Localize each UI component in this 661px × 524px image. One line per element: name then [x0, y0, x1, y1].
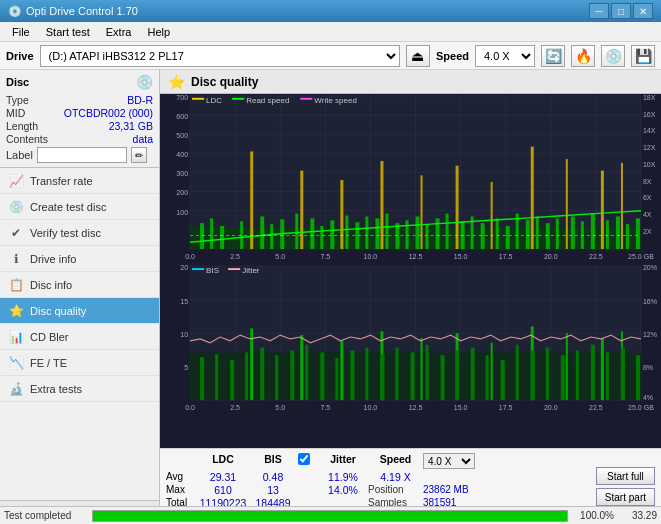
svg-rect-68: [295, 214, 298, 249]
disc-panel: Disc 💿 Type BD-R MID OTCBDR002 (000) Len…: [0, 70, 159, 168]
svg-text:10X: 10X: [643, 161, 656, 168]
svg-text:6X: 6X: [643, 194, 652, 201]
nav-transfer-rate[interactable]: 📈 Transfer rate: [0, 168, 159, 194]
svg-text:0.0: 0.0: [185, 253, 195, 260]
svg-rect-62: [210, 218, 213, 249]
type-label: Type: [6, 94, 29, 106]
chart-speed-select[interactable]: 4.0 X: [423, 453, 475, 469]
svg-text:16X: 16X: [643, 111, 656, 118]
nav-extra-tests[interactable]: 🔬 Extra tests: [0, 376, 159, 402]
svg-text:10.0: 10.0: [364, 253, 378, 260]
svg-rect-71: [330, 220, 334, 249]
svg-text:2.5: 2.5: [230, 253, 240, 260]
svg-rect-156: [200, 357, 204, 400]
drive-select[interactable]: (D:) ATAPI iHBS312 2 PL17: [40, 45, 400, 67]
svg-rect-174: [471, 348, 475, 401]
svg-text:20%: 20%: [643, 264, 657, 271]
refresh-button[interactable]: 🔄: [541, 45, 565, 67]
app-icon: 💿: [8, 5, 22, 18]
nav-drive-info[interactable]: ℹ Drive info: [0, 246, 159, 272]
svg-text:18X: 18X: [643, 94, 656, 101]
svg-rect-171: [426, 345, 429, 400]
svg-rect-58: [566, 159, 568, 249]
disc-header: Disc 💿: [6, 74, 153, 90]
speed-label: Speed: [436, 50, 469, 62]
svg-text:200: 200: [176, 190, 188, 197]
menu-extra[interactable]: Extra: [98, 24, 140, 40]
burn-button[interactable]: 🔥: [571, 45, 595, 67]
svg-rect-161: [275, 355, 278, 400]
nav-fe-te[interactable]: 📉 FE / TE: [0, 350, 159, 376]
svg-text:25.0 GB: 25.0 GB: [628, 253, 654, 260]
svg-rect-87: [506, 226, 510, 249]
svg-text:Read speed: Read speed: [246, 96, 289, 105]
maximize-button[interactable]: □: [611, 3, 631, 19]
minimize-button[interactable]: ─: [589, 3, 609, 19]
disc-label-row: Label ✏: [6, 147, 153, 163]
drive-label: Drive: [6, 50, 34, 62]
svg-rect-89: [526, 220, 530, 249]
avg-ldc: 29.31: [198, 471, 248, 483]
disc-panel-icon: 💿: [136, 74, 153, 90]
label-edit-button[interactable]: ✏: [131, 147, 147, 163]
svg-text:300: 300: [176, 170, 188, 177]
eject-button[interactable]: ⏏: [406, 45, 430, 67]
svg-text:500: 500: [176, 132, 188, 139]
close-button[interactable]: ✕: [633, 3, 653, 19]
disc-info-icon: 📋: [8, 278, 24, 292]
menu-bar: File Start test Extra Help: [0, 22, 661, 42]
title-bar: 💿 Opti Drive Control 1.70 ─ □ ✕: [0, 0, 661, 22]
col-speed-select-header: 4.0 X: [423, 453, 478, 469]
svg-text:BIS: BIS: [206, 266, 219, 275]
svg-text:22.5: 22.5: [589, 404, 603, 411]
svg-rect-98: [626, 224, 629, 249]
chart-svg: 700 600 500 400 300 200 100 18X 16X 14X …: [160, 94, 661, 448]
menu-help[interactable]: Help: [139, 24, 178, 40]
media-button[interactable]: 💿: [601, 45, 625, 67]
mid-label: MID: [6, 107, 25, 119]
disc-title: Disc: [6, 76, 29, 88]
content-title: Disc quality: [191, 75, 258, 89]
extra-tests-icon: 🔬: [8, 382, 24, 396]
menu-file[interactable]: File: [4, 24, 38, 40]
svg-rect-170: [411, 352, 415, 400]
svg-text:2.5: 2.5: [230, 404, 240, 411]
save-button[interactable]: 💾: [631, 45, 655, 67]
speed-select[interactable]: 4.0 X: [475, 45, 535, 67]
label-input[interactable]: [37, 147, 127, 163]
start-part-button[interactable]: Start part: [596, 488, 655, 506]
svg-rect-86: [496, 218, 499, 249]
nav-cd-bler[interactable]: 📊 CD Bler: [0, 324, 159, 350]
fe-te-icon: 📉: [8, 356, 24, 370]
nav-disc-quality[interactable]: ⭐ Disc quality: [0, 298, 159, 324]
bottom-bar: Test completed 100.0% 33.29: [0, 506, 661, 524]
start-full-button[interactable]: Start full: [596, 467, 655, 485]
svg-rect-165: [335, 358, 338, 400]
nav-verify-test-disc[interactable]: ✔ Verify test disc: [0, 220, 159, 246]
svg-rect-184: [621, 348, 625, 401]
disc-length-row: Length 23,31 GB: [6, 120, 153, 132]
jitter-checkbox[interactable]: [298, 453, 310, 465]
svg-rect-146: [300, 335, 303, 400]
svg-text:10: 10: [180, 331, 188, 338]
nav-create-test-disc[interactable]: 💿 Create test disc: [0, 194, 159, 220]
menu-start-test[interactable]: Start test: [38, 24, 98, 40]
svg-text:5: 5: [184, 365, 188, 372]
svg-rect-103: [232, 98, 244, 100]
svg-text:17.5: 17.5: [499, 404, 513, 411]
avg-jitter: 11.9%: [318, 471, 368, 483]
nav-items: 📈 Transfer rate 💿 Create test disc ✔ Ver…: [0, 168, 159, 500]
svg-rect-178: [531, 350, 535, 400]
col-bis-header: BIS: [248, 453, 298, 469]
svg-text:5.0: 5.0: [275, 253, 285, 260]
cd-bler-icon: 📊: [8, 330, 24, 344]
nav-disc-info[interactable]: 📋 Disc info: [0, 272, 159, 298]
svg-rect-176: [501, 360, 505, 400]
svg-rect-72: [345, 216, 348, 249]
svg-rect-63: [220, 226, 224, 249]
content-area: ⭐ Disc quality: [160, 70, 661, 524]
mid-value: OTCBDR002 (000): [64, 107, 153, 119]
svg-rect-76: [385, 214, 388, 249]
position-label: Position: [368, 484, 423, 496]
svg-rect-149: [421, 338, 423, 400]
